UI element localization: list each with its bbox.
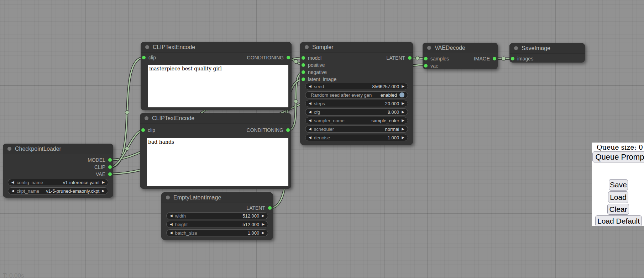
link-midpoint-dot[interactable]: [125, 111, 129, 114]
input-port-icon[interactable]: [141, 128, 145, 132]
widget-label: batch_size: [175, 230, 197, 236]
decrement-arrow-icon[interactable]: [309, 127, 311, 131]
collapse-dot-icon[interactable]: [7, 147, 11, 151]
collapse-dot-icon[interactable]: [514, 46, 518, 50]
node-title-bar[interactable]: Sampler: [300, 42, 413, 53]
decrement-arrow-icon[interactable]: [309, 110, 311, 114]
node-graph-canvas[interactable]: T: 0.00s CheckpointLoader MODEL CLIP VAE…: [0, 0, 644, 278]
prompt-textarea[interactable]: bad hands: [147, 138, 288, 186]
widget-cfg[interactable]: cfg 8.000: [305, 108, 408, 116]
input-port-icon[interactable]: [302, 70, 305, 74]
slot-label: negative: [308, 69, 327, 75]
input-port-icon[interactable]: [142, 56, 146, 59]
decrement-arrow-icon[interactable]: [309, 119, 311, 122]
widget-steps[interactable]: steps 20.000: [305, 100, 408, 107]
slot-label: LATENT: [246, 205, 265, 211]
node-title-bar[interactable]: EmptyLatentImage: [161, 192, 273, 203]
output-port-icon[interactable]: [408, 56, 412, 60]
input-port-icon[interactable]: [424, 57, 428, 60]
node-title-bar[interactable]: CLIPTextEncode: [140, 113, 291, 124]
collapse-dot-icon[interactable]: [145, 116, 148, 120]
node-title-bar[interactable]: CLIPTextEncode: [141, 42, 292, 53]
collapse-dot-icon[interactable]: [166, 196, 170, 199]
increment-arrow-icon[interactable]: [262, 214, 265, 218]
slot-label: model: [308, 55, 321, 61]
output-port-icon[interactable]: [286, 128, 290, 132]
output-port-icon[interactable]: [108, 165, 112, 169]
widget-scheduler[interactable]: scheduler normal: [305, 125, 408, 133]
save-button[interactable]: Save: [609, 179, 628, 191]
node-title: CheckpointLoader: [15, 146, 61, 152]
collapse-dot-icon[interactable]: [305, 45, 309, 49]
decrement-arrow-icon[interactable]: [309, 136, 311, 139]
decrement-arrow-icon[interactable]: [309, 85, 311, 88]
input-port-icon[interactable]: [302, 77, 305, 81]
node-checkpoint-loader[interactable]: CheckpointLoader MODEL CLIP VAE config_n…: [3, 144, 113, 198]
output-slot-vae: VAE: [3, 171, 113, 178]
queue-prompt-button[interactable]: Queue Prompt: [592, 151, 644, 162]
increment-arrow-icon[interactable]: [102, 189, 105, 193]
increment-arrow-icon[interactable]: [262, 223, 265, 226]
widget-config-name[interactable]: config_name v1-inference.yaml: [8, 179, 108, 186]
widget-sampler-name[interactable]: sampler_name sample_euler: [305, 117, 408, 124]
increment-arrow-icon[interactable]: [402, 119, 404, 122]
toggle-dot-icon[interactable]: [399, 92, 404, 97]
collapse-dot-icon[interactable]: [145, 45, 149, 49]
clear-button[interactable]: Clear: [607, 204, 629, 215]
increment-arrow-icon[interactable]: [402, 110, 404, 114]
increment-arrow-icon[interactable]: [402, 127, 404, 131]
link-midpoint-dot[interactable]: [415, 56, 419, 60]
widget-denoise[interactable]: denoise 1.000: [305, 134, 408, 141]
node-title-bar[interactable]: SaveImage: [509, 43, 585, 54]
widget-seed[interactable]: seed 8566257.000: [305, 83, 408, 90]
decrement-arrow-icon[interactable]: [170, 223, 173, 226]
slot-label: CLIP: [94, 164, 105, 170]
input-port-icon[interactable]: [302, 56, 305, 60]
node-sampler[interactable]: Sampler model LATENT positive negative l…: [300, 42, 413, 145]
increment-arrow-icon[interactable]: [402, 136, 404, 139]
widget-value: enabled: [381, 92, 397, 98]
decrement-arrow-icon[interactable]: [170, 214, 173, 218]
link-midpoint-dot[interactable]: [125, 147, 129, 151]
widget-ckpt-name[interactable]: ckpt_name v1-5-pruned-emaonly.ckpt: [8, 187, 108, 194]
slot-label: VAE: [96, 171, 105, 177]
input-port-icon[interactable]: [511, 57, 514, 60]
collapse-dot-icon[interactable]: [427, 46, 431, 50]
node-empty-latent-image[interactable]: EmptyLatentImage LATENT width 512.000 he…: [161, 192, 273, 240]
decrement-arrow-icon[interactable]: [170, 231, 173, 235]
slot-label: CONDITIONING: [247, 127, 283, 133]
widget-value: 8566257.000: [372, 84, 399, 89]
increment-arrow-icon[interactable]: [402, 102, 404, 105]
load-button[interactable]: Load: [608, 191, 628, 203]
link-midpoint-dot[interactable]: [502, 57, 506, 61]
decrement-arrow-icon[interactable]: [11, 181, 14, 184]
widget-random-seed-toggle[interactable]: Random seed after every gen enabled: [305, 91, 408, 98]
increment-arrow-icon[interactable]: [102, 181, 105, 184]
node-clip-text-encode-positive[interactable]: CLIPTextEncode clip CONDITIONING masterp…: [141, 42, 292, 110]
decrement-arrow-icon[interactable]: [309, 102, 311, 105]
load-default-button[interactable]: Load Default: [595, 215, 642, 226]
input-port-icon[interactable]: [302, 63, 305, 67]
node-vae-decode[interactable]: VAEDecode samples IMAGE vae: [423, 43, 498, 69]
prompt-textarea[interactable]: masterpiece best quality girl: [148, 65, 288, 107]
node-title-bar[interactable]: CheckpointLoader: [3, 144, 113, 154]
output-port-icon[interactable]: [108, 158, 112, 162]
slot-label: latent_image: [308, 76, 336, 82]
node-title-bar[interactable]: VAEDecode: [423, 43, 498, 53]
link-midpoint-dot[interactable]: [294, 60, 298, 64]
output-slot-latent: LATENT: [161, 204, 273, 212]
input-port-icon[interactable]: [424, 64, 428, 68]
widget-batch-size[interactable]: batch_size 1.000: [166, 229, 268, 236]
widget-width[interactable]: width 512.000: [166, 212, 268, 219]
node-clip-text-encode-negative[interactable]: CLIPTextEncode clip CONDITIONING bad han…: [140, 113, 291, 189]
output-port-icon[interactable]: [493, 57, 496, 60]
increment-arrow-icon[interactable]: [262, 231, 265, 235]
increment-arrow-icon[interactable]: [402, 85, 404, 88]
link-midpoint-dot[interactable]: [294, 100, 298, 103]
output-port-icon[interactable]: [268, 206, 272, 210]
decrement-arrow-icon[interactable]: [11, 189, 14, 193]
node-save-image[interactable]: SaveImage images: [509, 43, 585, 63]
output-port-icon[interactable]: [108, 172, 112, 176]
widget-height[interactable]: height 512.000: [166, 221, 268, 228]
output-port-icon[interactable]: [287, 56, 290, 59]
